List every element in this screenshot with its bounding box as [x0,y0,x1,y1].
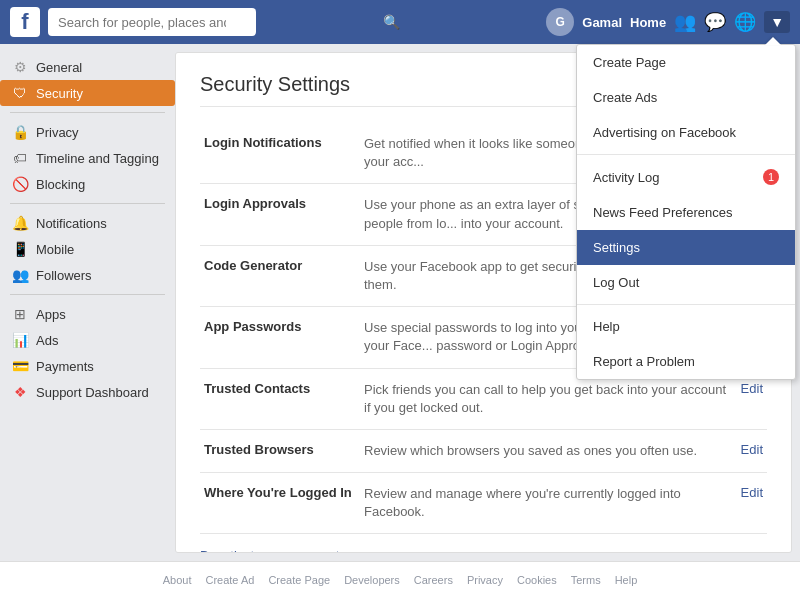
sidebar-label-mobile: Mobile [36,242,74,257]
setting-label-app-passwords: App Passwords [200,307,360,368]
lock-icon: 🔒 [12,124,28,140]
sidebar-item-apps[interactable]: ⊞ Apps [0,301,175,327]
avatar: G [546,8,574,36]
sidebar-label-support: Support Dashboard [36,385,149,400]
setting-label-trusted-contacts: Trusted Contacts [200,368,360,429]
dropdown-item-create-page[interactable]: Create Page [577,45,795,80]
header-right: G Gamal Home 👥 💬 🌐 ▼ [546,8,790,36]
mobile-icon: 📱 [12,241,28,257]
sidebar-item-timeline[interactable]: 🏷 Timeline and Tagging [0,145,175,171]
dropdown-label: News Feed Preferences [593,205,732,220]
dropdown-item-settings[interactable]: Settings [577,230,795,265]
sidebar-item-blocking[interactable]: 🚫 Blocking [0,171,175,197]
settings-dropdown-btn[interactable]: ▼ [764,11,790,33]
dropdown-divider-2 [577,304,795,305]
sidebar-item-followers[interactable]: 👥 Followers [0,262,175,288]
setting-label-trusted-browsers: Trusted Browsers [200,429,360,472]
sidebar-item-support[interactable]: ❖ Support Dashboard [0,379,175,405]
sidebar-label-ads: Ads [36,333,58,348]
facebook-logo: f [10,7,40,37]
dropdown-label: Create Ads [593,90,657,105]
sidebar-item-security[interactable]: 🛡 Security [0,80,175,106]
search-wrapper: 🔍 [48,8,408,36]
sidebar-divider-2 [10,203,165,204]
dropdown-label: Report a Problem [593,354,695,369]
header: f 🔍 G Gamal Home 👥 💬 🌐 ▼ [0,0,800,44]
followers-icon: 👥 [12,267,28,283]
shield-icon: 🛡 [12,85,28,101]
footer-link-terms[interactable]: Terms [571,574,601,586]
footer-link-about[interactable]: About [163,574,192,586]
deactivate-link[interactable]: Deactivate your account. [200,548,343,553]
footer-link-careers[interactable]: Careers [414,574,453,586]
sidebar-label-blocking: Blocking [36,177,85,192]
sidebar: ⚙ General 🛡 Security 🔒 Privacy 🏷 Timelin… [0,44,175,561]
gear-icon: ⚙ [12,59,28,75]
dropdown-item-activity-log[interactable]: Activity Log 1 [577,159,795,195]
sidebar-label-followers: Followers [36,268,92,283]
messages-icon[interactable]: 💬 [704,11,726,33]
footer-link-help[interactable]: Help [615,574,638,586]
dropdown-item-report[interactable]: Report a Problem [577,344,795,379]
dropdown-item-create-ads[interactable]: Create Ads [577,80,795,115]
dropdown-arrow [765,37,781,45]
sidebar-item-mobile[interactable]: 📱 Mobile [0,236,175,262]
dropdown-label: Log Out [593,275,639,290]
ads-icon: 📊 [12,332,28,348]
sidebar-item-notifications[interactable]: 🔔 Notifications [0,210,175,236]
bell-icon: 🔔 [12,215,28,231]
table-row: Where You're Logged In Review and manage… [200,473,767,534]
sidebar-label-security: Security [36,86,83,101]
search-icon: 🔍 [383,14,400,30]
home-link[interactable]: Home [630,15,666,30]
footer-link-cookies[interactable]: Cookies [517,574,557,586]
dropdown-label: Activity Log [593,170,659,185]
dropdown-item-newsfeed-prefs[interactable]: News Feed Preferences [577,195,795,230]
setting-label-login-notif: Login Notifications [200,123,360,184]
payments-icon: 💳 [12,358,28,374]
dropdown-label: Settings [593,240,640,255]
footer-link-privacy[interactable]: Privacy [467,574,503,586]
sidebar-divider-3 [10,294,165,295]
sidebar-label-privacy: Privacy [36,125,79,140]
sidebar-item-payments[interactable]: 💳 Payments [0,353,175,379]
friends-icon[interactable]: 👥 [674,11,696,33]
dropdown-item-logout[interactable]: Log Out [577,265,795,300]
sidebar-label-payments: Payments [36,359,94,374]
search-input[interactable] [48,8,256,36]
dropdown-label: Advertising on Facebook [593,125,736,140]
sidebar-label-general: General [36,60,82,75]
support-icon: ❖ [12,384,28,400]
tag-icon: 🏷 [12,150,28,166]
dropdown-divider-1 [577,154,795,155]
footer-link-developers[interactable]: Developers [344,574,400,586]
edit-trusted-browsers-btn[interactable]: Edit [737,429,767,472]
dropdown-menu: Create Page Create Ads Advertising on Fa… [576,44,796,380]
sidebar-item-general[interactable]: ⚙ General [0,54,175,80]
dropdown-item-help[interactable]: Help [577,309,795,344]
sidebar-label-notifications: Notifications [36,216,107,231]
footer-link-create-page[interactable]: Create Page [268,574,330,586]
sidebar-item-privacy[interactable]: 🔒 Privacy [0,119,175,145]
edit-where-logged-in-btn[interactable]: Edit [737,473,767,534]
dropdown-label: Create Page [593,55,666,70]
activity-badge: 1 [763,169,779,185]
setting-label-code-gen: Code Generator [200,245,360,306]
globe-icon[interactable]: 🌐 [734,11,756,33]
sidebar-divider-1 [10,112,165,113]
username-label: Gamal [582,15,622,30]
sidebar-label-apps: Apps [36,307,66,322]
dropdown-label: Help [593,319,620,334]
setting-label-login-approvals: Login Approvals [200,184,360,245]
apps-icon: ⊞ [12,306,28,322]
sidebar-label-timeline: Timeline and Tagging [36,151,159,166]
sidebar-item-ads[interactable]: 📊 Ads [0,327,175,353]
footer: About Create Ad Create Page Developers C… [0,561,800,597]
footer-link-create-ad[interactable]: Create Ad [205,574,254,586]
setting-label-where-logged-in: Where You're Logged In [200,473,360,534]
dropdown-item-advertising[interactable]: Advertising on Facebook [577,115,795,150]
setting-desc-where-logged-in: Review and manage where you're currently… [360,473,737,534]
setting-desc-trusted-browsers: Review which browsers you saved as ones … [360,429,737,472]
table-row: Trusted Browsers Review which browsers y… [200,429,767,472]
block-icon: 🚫 [12,176,28,192]
